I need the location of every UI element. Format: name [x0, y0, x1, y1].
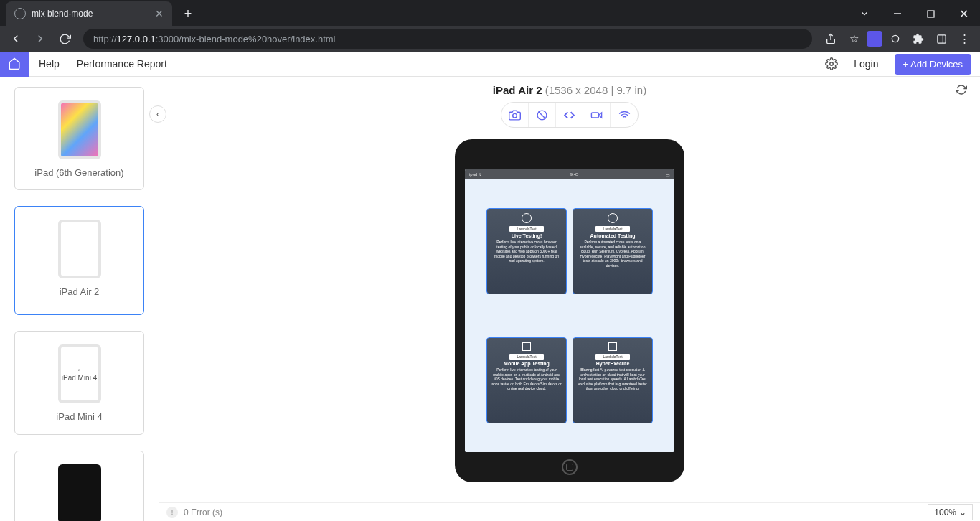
viewport-action-bar — [159, 102, 980, 128]
record-icon[interactable] — [583, 103, 611, 127]
hyper-icon — [608, 342, 617, 351]
device-card-ipad-air-2[interactable]: iPad Air 2 — [14, 206, 144, 315]
minimize-button[interactable] — [881, 1, 914, 26]
kebab-menu-icon[interactable]: ⋮ — [954, 29, 974, 49]
add-devices-button[interactable]: + Add Devices — [895, 54, 971, 75]
device-card-ipad6[interactable]: iPad (6th Generation) — [14, 87, 144, 190]
device-thumb — [58, 464, 101, 521]
sync-icon[interactable] — [956, 84, 967, 95]
device-stage: ipad ᯤ 9:45 ▭ LambdaTest Live Testing! P… — [159, 128, 980, 521]
extension-indigo-icon[interactable] — [867, 31, 882, 47]
menu-help[interactable]: Help — [39, 58, 60, 70]
chevron-down-icon[interactable] — [848, 1, 881, 26]
device-card-ipad-mini-4[interactable]: ▫iPad Mini 4 iPad Mini 4 — [14, 331, 144, 434]
device-label: iPad Air 2 — [60, 286, 100, 299]
device-thumb: ▫iPad Mini 4 — [58, 344, 101, 403]
settings-gear-icon[interactable] — [825, 57, 838, 70]
content-card: LambdaTest Live Testing! Perform live in… — [486, 208, 567, 294]
clock-icon — [522, 213, 532, 223]
svg-point-6 — [830, 62, 834, 66]
zoom-selector[interactable]: 100% ⌄ — [928, 504, 973, 520]
zoom-value: 100% — [934, 507, 956, 517]
device-card-extra[interactable] — [14, 451, 144, 521]
svg-rect-4 — [937, 34, 945, 42]
app-page: Help Performance Report Login + Add Devi… — [0, 52, 980, 521]
devtools-icon[interactable] — [556, 103, 583, 127]
broken-image-icon: ▫ — [78, 366, 81, 374]
device-name: iPad Air 2 — [493, 84, 542, 96]
content-card: LambdaTest Automated Testing Perform aut… — [573, 208, 653, 294]
browser-toolbar: http://127.0.0.1:3000/mix-blend-mode%20h… — [0, 26, 980, 52]
svg-rect-10 — [591, 112, 598, 117]
card-brand: LambdaTest — [509, 226, 543, 232]
svg-rect-1 — [928, 11, 934, 17]
card-title: Mobile App Testing — [504, 361, 550, 366]
svg-line-9 — [539, 111, 546, 118]
close-tab-icon[interactable]: ✕ — [155, 8, 164, 19]
device-dimensions: (1536 x 2048 | 9.7 in) — [545, 84, 647, 96]
mobile-icon — [522, 342, 531, 351]
device-label: iPad (6th Generation) — [34, 166, 123, 179]
ipad-frame: ipad ᯤ 9:45 ▭ LambdaTest Live Testing! P… — [455, 139, 684, 482]
extension-icon[interactable] — [885, 29, 905, 49]
address-bar[interactable]: http://127.0.0.1:3000/mix-blend-mode%20h… — [83, 29, 812, 49]
svg-point-7 — [513, 113, 517, 118]
status-time: 9:45 — [570, 172, 579, 177]
card-title: Live Testing! — [512, 233, 542, 238]
error-icon: ! — [166, 507, 178, 518]
card-brand: LambdaTest — [595, 226, 629, 232]
network-icon[interactable] — [611, 103, 638, 127]
preview-main: iPad Air 2 (1536 x 2048 | 9.7 in) i — [159, 77, 980, 521]
app-header: Help Performance Report Login + Add Devi… — [0, 52, 980, 77]
url-rest: :3000/mix-blend-mode%20hover/index.html — [156, 34, 336, 44]
svg-point-3 — [892, 35, 898, 42]
device-label: iPad Mini 4 — [56, 410, 102, 423]
new-tab-button[interactable]: + — [178, 4, 198, 24]
content-card: LambdaTest HyperExecute Blazing fast AI-… — [573, 337, 653, 423]
card-desc: Perform live interactive testing of your… — [490, 367, 563, 391]
bookmark-star-icon[interactable]: ☆ — [844, 29, 864, 49]
status-left: ipad ᯤ — [469, 172, 483, 177]
rotate-icon[interactable] — [529, 103, 556, 127]
share-icon[interactable] — [821, 29, 841, 49]
login-link[interactable]: Login — [854, 58, 878, 70]
forward-button[interactable] — [30, 29, 50, 49]
automation-icon — [608, 213, 618, 223]
device-sidebar[interactable]: iPad (6th Generation) iPad Air 2 ▫iPad M… — [0, 77, 159, 521]
extensions-puzzle-icon[interactable] — [908, 29, 928, 49]
content-card: LambdaTest Mobile App Testing Perform li… — [486, 337, 567, 423]
url-prefix: http:// — [93, 34, 117, 44]
card-title: HyperExecute — [596, 361, 630, 366]
browser-tabstrip: mix blend-mode ✕ + ✕ — [0, 0, 980, 26]
battery-icon: ▭ — [666, 172, 670, 177]
menu-performance-report[interactable]: Performance Report — [77, 58, 167, 70]
side-panel-icon[interactable] — [931, 29, 951, 49]
globe-icon — [14, 8, 26, 19]
card-desc: Perform live interactive cross browser t… — [490, 240, 563, 263]
status-bar: ipad ᯤ 9:45 ▭ — [465, 169, 674, 179]
card-desc: Blazing fast AI-powered test execution &… — [576, 367, 649, 391]
card-brand: LambdaTest — [595, 354, 629, 360]
screenshot-icon[interactable] — [501, 103, 529, 127]
card-title: Automated Testing — [590, 233, 636, 238]
window-controls: ✕ — [848, 1, 980, 26]
url-host: 127.0.0.1 — [117, 34, 156, 44]
close-window-button[interactable]: ✕ — [947, 1, 980, 26]
home-button[interactable] — [0, 52, 29, 77]
device-thumb — [58, 100, 101, 159]
card-desc: Perform automated cross tests on a scala… — [576, 240, 649, 268]
maximize-button[interactable] — [914, 1, 947, 26]
error-count[interactable]: 0 Error (s) — [184, 507, 222, 517]
reload-button[interactable] — [55, 29, 75, 49]
device-title: iPad Air 2 (1536 x 2048 | 9.7 in) — [159, 77, 980, 102]
browser-tab[interactable]: mix blend-mode ✕ — [6, 1, 172, 26]
ipad-home-button[interactable] — [562, 459, 578, 475]
tab-title: mix blend-mode — [32, 9, 93, 19]
app-body: iPad (6th Generation) iPad Air 2 ▫iPad M… — [0, 77, 980, 521]
ipad-screen[interactable]: ipad ᯤ 9:45 ▭ LambdaTest Live Testing! P… — [465, 169, 674, 452]
collapse-sidebar-button[interactable]: ‹ — [149, 105, 166, 123]
status-footer: ! 0 Error (s) 100% ⌄ — [159, 502, 980, 521]
back-button[interactable] — [6, 29, 26, 49]
card-brand: LambdaTest — [509, 354, 543, 360]
device-thumb — [58, 220, 101, 278]
